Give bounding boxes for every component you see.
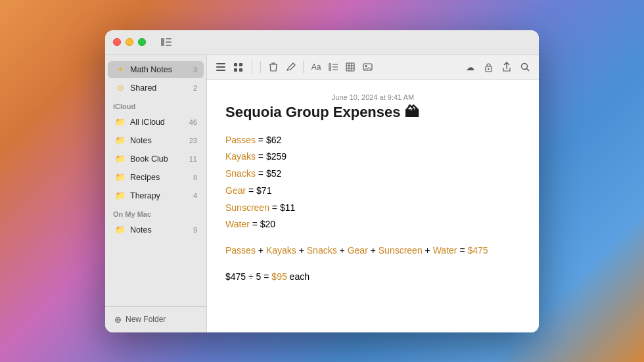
kayaks-eq: = $259 [258,151,287,162]
cloud-icon[interactable]: ☁ [463,60,477,74]
note-title: Sequoia Group Expenses 🏔 [225,104,520,121]
checklist-icon[interactable] [326,60,340,74]
svg-rect-7 [234,63,237,66]
water-line: Water = $20 [225,217,520,233]
math-notes-count: 3 [193,66,197,74]
minimize-button[interactable] [126,38,133,46]
sidebar-item-recipes[interactable]: 📁 Recipes 8 [108,169,204,186]
result-line: $475 ÷ 5 = $95 each [225,269,520,285]
new-folder-button[interactable]: ⊕ New Folder [110,312,201,327]
lock-icon[interactable] [481,60,495,74]
formula-gear: Gear [348,245,368,256]
folder-icon-all-icloud: 📁 [114,116,126,128]
passes-line: Passes = $62 [225,133,520,148]
svg-point-25 [488,68,489,69]
math-notes-icon: ✦ [114,64,126,76]
svg-rect-4 [216,63,225,64]
sidebar-bottom: ⊕ New Folder [105,306,206,332]
svg-rect-6 [216,70,225,71]
therapy-label: Therapy [130,191,193,200]
list-view-icon[interactable] [214,60,228,74]
formula-plus3: + [340,245,348,256]
toolbar-view-controls [214,60,252,74]
window-body: ✦ Math Notes 3 ⊙ Shared 2 iCloud 📁 All i… [105,55,539,332]
svg-rect-10 [239,68,242,72]
folder-icon-notes-mac: 📁 [114,224,126,236]
format-text-icon[interactable]: Aa [309,60,323,74]
all-icloud-label: All iCloud [130,118,189,127]
sidebar-item-all-icloud[interactable]: 📁 All iCloud 46 [108,114,204,131]
snacks-line: Snacks = $52 [225,166,520,182]
icloud-section-label: iCloud [105,97,206,113]
note-title-text: Sequoia Group Expenses [225,104,401,121]
svg-rect-0 [161,38,164,46]
svg-line-27 [527,69,530,72]
sidebar-item-notes-icloud[interactable]: 📁 Notes 23 [108,132,204,149]
grid-view-icon[interactable] [231,60,245,74]
svg-point-26 [522,64,528,70]
sidebar: ✦ Math Notes 3 ⊙ Shared 2 iCloud 📁 All i… [105,55,207,332]
svg-rect-8 [239,63,242,66]
svg-rect-3 [166,45,172,46]
math-notes-label: Math Notes [130,65,193,74]
shared-label: Shared [130,83,193,93]
sidebar-item-therapy[interactable]: 📁 Therapy 4 [108,187,204,204]
book-club-label: Book Club [130,154,189,164]
toolbar-sep-2 [303,61,304,73]
sidebar-item-book-club[interactable]: 📁 Book Club 11 [108,150,204,168]
on-my-mac-section-label: On My Mac [105,205,206,221]
toolbar-right-controls: ☁ [463,60,532,74]
book-club-count: 11 [189,155,197,163]
gear-label: Gear [225,185,246,196]
sidebar-item-math-notes[interactable]: ✦ Math Notes 3 [108,61,204,78]
titlebar-icons [159,35,173,49]
sidebar-item-notes-mac[interactable]: 📁 Notes 9 [108,221,204,238]
gear-eq: = $71 [248,185,271,196]
new-folder-label: New Folder [126,315,166,324]
shared-icon: ⊙ [114,82,126,94]
all-icloud-count: 46 [189,118,197,126]
toolbar: Aa [207,55,539,80]
result-suffix: each [290,271,310,282]
main-window: ✦ Math Notes 3 ⊙ Shared 2 iCloud 📁 All i… [105,30,539,332]
folder-icon-notes: 📁 [114,135,126,147]
svg-rect-17 [346,63,354,71]
svg-rect-1 [166,38,172,39]
close-button[interactable] [113,38,121,46]
sidebar-item-shared[interactable]: ⊙ Shared 2 [108,79,204,97]
formula-plus5: + [425,245,433,256]
folder-icon-recipes: 📁 [114,171,126,183]
therapy-count: 4 [193,192,197,200]
folder-icon-book-club: 📁 [114,153,126,165]
toolbar-sep-1 [260,61,261,73]
formula-total: $475 [467,245,488,256]
formula-kayaks: Kayaks [266,245,296,256]
svg-rect-5 [216,66,225,68]
result-prefix: $475 ÷ 5 = [225,271,271,282]
compose-icon[interactable] [283,60,298,74]
sunscreen-line: Sunscreen = $11 [225,200,520,216]
kayaks-label: Kayaks [225,151,256,162]
formula-plus4: + [371,245,379,256]
note-content[interactable]: June 10, 2024 at 9:41 AM Sequoia Group E… [207,80,539,332]
svg-rect-9 [234,68,237,72]
notes-mac-label: Notes [130,225,193,235]
note-title-emoji: 🏔 [405,104,419,121]
search-icon[interactable] [518,60,532,74]
new-folder-icon: ⊕ [114,315,122,325]
delete-icon[interactable] [266,60,281,74]
svg-point-23 [365,65,367,67]
sidebar-toggle-icon[interactable] [159,35,173,49]
snacks-eq: = $52 [258,168,281,179]
folder-icon-therapy: 📁 [114,190,126,202]
gear-line: Gear = $71 [225,183,520,199]
formula-sunscreen: Sunscreen [379,245,423,256]
media-icon[interactable] [360,60,375,74]
share-icon[interactable] [499,60,514,74]
sunscreen-eq: = $11 [272,202,295,213]
notes-mac-count: 9 [193,226,197,234]
water-label: Water [225,219,250,229]
formula-line: Passes + Kayaks + Snacks + Gear + Sunscr… [225,243,520,259]
maximize-button[interactable] [138,38,146,46]
table-icon[interactable] [343,60,357,74]
